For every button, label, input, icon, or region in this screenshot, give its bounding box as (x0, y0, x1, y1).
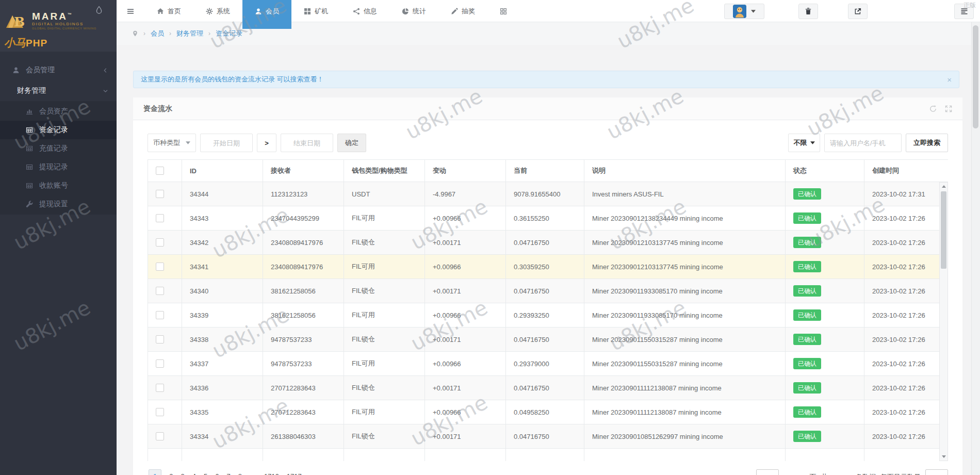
row-checkbox-cell (148, 352, 182, 376)
external-link-icon (854, 8, 861, 15)
row-checkbox[interactable] (156, 359, 164, 368)
nav-item-system[interactable]: 系统 (193, 0, 242, 22)
table-scrollbar[interactable] (939, 182, 948, 461)
row-checkbox[interactable] (156, 432, 164, 440)
page-scrollbar[interactable] (971, 22, 980, 475)
table-icon (26, 182, 33, 189)
cell-current: 0.04958250 (506, 400, 584, 424)
breadcrumb-link[interactable]: 会员 (151, 29, 164, 38)
currency-type-select[interactable]: 币种类型 (148, 134, 196, 152)
sidebar-toggle-icon[interactable] (117, 0, 144, 22)
empty-cell (864, 449, 949, 462)
scrollbar-thumb[interactable] (941, 191, 946, 269)
brand-logo[interactable]: B MARA™ DIGITAL HOLDINGS GLOBAL DIGITAL … (0, 0, 117, 30)
row-checkbox-cell (148, 255, 182, 279)
page-button-5[interactable]: 5 (204, 470, 207, 475)
currency-type-label: 币种类型 (153, 138, 180, 148)
row-checkbox[interactable] (156, 263, 164, 271)
nav-item-lottery[interactable]: 抽奖 (438, 0, 487, 22)
confirm-button[interactable]: 确定 (337, 134, 366, 152)
sidebar-item-label: 收款账号 (39, 181, 68, 190)
table-row: 343441123123123USDT-4.99679078.91655400I… (148, 182, 949, 206)
status-badge: 已确认 (793, 285, 821, 297)
cell-change: +0.00171 (425, 279, 506, 303)
row-checkbox[interactable] (156, 287, 164, 295)
breadcrumb-link[interactable]: 资金记录 (216, 29, 242, 38)
th-outline-icon (500, 8, 507, 15)
cell-receiver: 94787537233 (263, 352, 344, 376)
search-input[interactable] (824, 134, 902, 152)
table-row-partial (148, 449, 949, 462)
close-icon[interactable]: × (947, 75, 952, 84)
page-button-1717[interactable]: 1717 (287, 470, 302, 475)
page-button-8[interactable]: 8 (238, 470, 242, 475)
row-checkbox[interactable] (156, 190, 164, 198)
cell-receiver: 94787537233 (263, 327, 344, 352)
scope-select[interactable]: 不限 (788, 134, 820, 152)
clear-cache-button[interactable] (798, 4, 818, 19)
row-checkbox[interactable] (156, 335, 164, 343)
scroll-down-icon[interactable] (940, 453, 948, 461)
open-frontend-button[interactable] (848, 4, 868, 19)
nav-item-apps-grid[interactable] (487, 0, 519, 22)
scroll-up-icon[interactable] (940, 183, 948, 190)
sidebar-item-members-management[interactable]: 会员管理 (0, 60, 117, 80)
row-checkbox[interactable] (156, 214, 164, 222)
cell-current: 9078.91655400 (506, 182, 584, 206)
sidebar-item-withdraw-records[interactable]: 提现记录 (0, 158, 117, 176)
table-row: 34339381621258056FIL可用+0.009660.29393250… (148, 303, 949, 327)
cell-change: +0.00966 (425, 255, 506, 279)
sidebar-item-member-assets[interactable]: 会员资产 (0, 102, 117, 121)
nav-list-button[interactable] (954, 4, 974, 19)
row-checkbox[interactable] (156, 384, 164, 392)
logo-tagline: GLOBAL DIGITAL CURRENCY MINING (32, 27, 96, 30)
start-date-input[interactable] (200, 134, 253, 152)
page-button-7[interactable]: 7 (226, 470, 230, 475)
sidebar-item-recharge-records[interactable]: 充值记录 (0, 139, 117, 158)
select-all-checkbox[interactable] (156, 167, 164, 175)
cell-current: 0.04716750 (506, 376, 584, 400)
nav-item-messages[interactable]: 信息 (340, 0, 389, 22)
sidebar-item-payment-accounts[interactable]: 收款账号 (0, 176, 117, 195)
sidebar-item-withdraw-settings[interactable]: 提现设置 (0, 195, 117, 214)
cell-id: 34339 (182, 303, 263, 327)
empty-cell (148, 449, 182, 462)
row-checkbox[interactable] (156, 311, 164, 319)
sidebar-item-finance-management[interactable]: 财务管理 (0, 80, 117, 101)
cell-status: 已确认 (786, 400, 864, 424)
total-prefix: 共 (821, 472, 828, 475)
page-jump-input[interactable] (756, 469, 779, 475)
end-date-input[interactable] (281, 134, 333, 152)
nav-item-home[interactable]: 首页 (144, 0, 193, 22)
date-range-arrow-button[interactable]: > (257, 134, 276, 152)
nav-item-statistics[interactable]: 统计 (389, 0, 438, 22)
sidebar-item-fund-records[interactable]: 资金记录 (0, 121, 117, 139)
search-button[interactable]: 立即搜索 (906, 134, 948, 152)
row-checkbox[interactable] (156, 408, 164, 416)
page-button-1716[interactable]: 1716 (264, 470, 279, 475)
fund-flow-table: ID接收者钱包类型/购物类型变动当前说明状态创建时间 3434411231231… (148, 159, 948, 461)
cell-wallet-type: FIL可用 (344, 400, 425, 424)
user-menu[interactable] (724, 4, 764, 19)
page-button-6[interactable]: 6 (215, 470, 219, 475)
breadcrumb-link[interactable]: 财务管理 (176, 29, 203, 38)
per-page-select[interactable]: 20 (925, 469, 948, 475)
nav-item-miners[interactable]: 矿机 (291, 0, 340, 22)
cell-wallet-type: FIL可用 (344, 206, 425, 231)
page-button-3[interactable]: 3 (181, 470, 184, 475)
cell-id: 34337 (182, 352, 263, 376)
scope-label: 不限 (794, 138, 807, 148)
page-scrollbar-thumb[interactable] (973, 25, 978, 128)
chevron-down-icon (810, 141, 815, 144)
cell-status: 已确认 (786, 376, 864, 400)
fullscreen-icon[interactable] (945, 105, 952, 112)
cell-status: 已确认 (786, 206, 864, 231)
page-button-4[interactable]: 4 (192, 470, 196, 475)
row-checkbox[interactable] (156, 238, 164, 247)
page-button-1[interactable]: 1 (149, 469, 161, 475)
refresh-icon[interactable] (929, 105, 937, 112)
page-button-2[interactable]: 2 (169, 470, 173, 475)
cell-created-at: 2023-10-02 17:26 (864, 376, 949, 400)
nav-item-members[interactable]: 会员 (242, 0, 291, 29)
chevron-down-icon (751, 10, 756, 13)
